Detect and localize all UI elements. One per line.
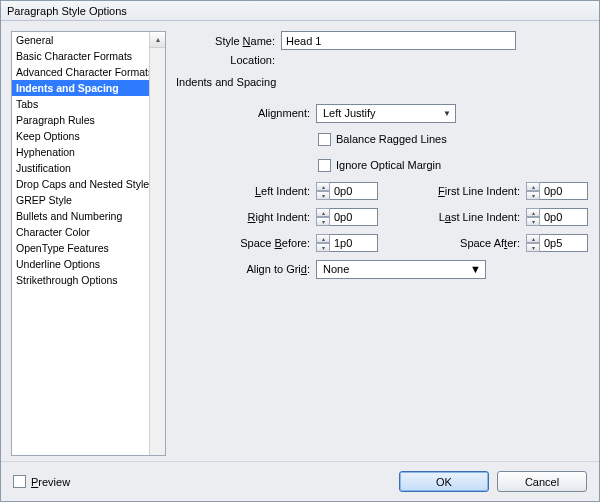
- left-indent-input[interactable]: [330, 182, 378, 200]
- space-before-spinner[interactable]: ▴▾: [316, 234, 378, 252]
- spinner-down-icon[interactable]: ▾: [526, 191, 540, 200]
- spinner-up-icon[interactable]: ▴: [526, 234, 540, 243]
- spinner-up-icon[interactable]: ▴: [316, 234, 330, 243]
- space-before-label: Space Before:: [176, 237, 316, 249]
- window-title: Paragraph Style Options: [7, 5, 127, 17]
- first-line-spinner[interactable]: ▴▾: [526, 182, 588, 200]
- left-indent-spinner[interactable]: ▴▾: [316, 182, 378, 200]
- sidebar-item[interactable]: Indents and Spacing: [12, 80, 150, 96]
- sidebar-item[interactable]: General: [12, 32, 150, 48]
- last-line-input[interactable]: [540, 208, 588, 226]
- sidebar-item[interactable]: Drop Caps and Nested Styles: [12, 176, 150, 192]
- titlebar: Paragraph Style Options: [1, 1, 599, 21]
- chevron-down-icon: ▼: [443, 109, 451, 118]
- spinner-up-icon[interactable]: ▴: [316, 208, 330, 217]
- style-name-label: Style Name:: [176, 35, 281, 47]
- section-heading: Indents and Spacing: [176, 74, 589, 90]
- form: Alignment: Left Justify ▼ Balance Ragged…: [176, 90, 589, 282]
- balance-ragged-checkbox[interactable]: [318, 133, 331, 146]
- sidebar-scrollbar[interactable]: ▴: [149, 32, 165, 455]
- align-to-grid-select[interactable]: None ▼: [316, 260, 486, 279]
- sidebar[interactable]: GeneralBasic Character FormatsAdvanced C…: [11, 31, 166, 456]
- last-line-spinner[interactable]: ▴▾: [526, 208, 588, 226]
- spinner-down-icon[interactable]: ▾: [526, 217, 540, 226]
- align-to-grid-label: Align to Grid:: [176, 263, 316, 275]
- sidebar-item[interactable]: Justification: [12, 160, 150, 176]
- space-after-input[interactable]: [540, 234, 588, 252]
- right-indent-spinner[interactable]: ▴▾: [316, 208, 378, 226]
- sidebar-item[interactable]: Character Color: [12, 224, 150, 240]
- sidebar-item[interactable]: GREP Style: [12, 192, 150, 208]
- alignment-label: Alignment:: [176, 107, 316, 119]
- spinner-up-icon[interactable]: ▴: [526, 182, 540, 191]
- sidebar-item[interactable]: Basic Character Formats: [12, 48, 150, 64]
- footer: Preview OK Cancel: [1, 461, 599, 501]
- right-indent-input[interactable]: [330, 208, 378, 226]
- spinner-up-icon[interactable]: ▴: [526, 208, 540, 217]
- space-after-label: Space After:: [416, 237, 526, 249]
- first-line-input[interactable]: [540, 182, 588, 200]
- main-panel: Style Name: Location: Indents and Spacin…: [176, 31, 589, 461]
- spinner-down-icon[interactable]: ▾: [526, 243, 540, 252]
- ok-button[interactable]: OK: [399, 471, 489, 492]
- sidebar-item[interactable]: OpenType Features: [12, 240, 150, 256]
- sidebar-item[interactable]: Underline Options: [12, 256, 150, 272]
- last-line-label: Last Line Indent:: [416, 211, 526, 223]
- sidebar-item[interactable]: Paragraph Rules: [12, 112, 150, 128]
- space-before-input[interactable]: [330, 234, 378, 252]
- sidebar-item[interactable]: Hyphenation: [12, 144, 150, 160]
- sidebar-item[interactable]: Advanced Character Formats: [12, 64, 150, 80]
- left-indent-label: Left Indent:: [176, 185, 316, 197]
- sidebar-item[interactable]: Tabs: [12, 96, 150, 112]
- sidebar-wrap: GeneralBasic Character FormatsAdvanced C…: [11, 31, 166, 461]
- dialog: Paragraph Style Options GeneralBasic Cha…: [0, 0, 600, 502]
- align-to-grid-value: None: [323, 263, 349, 275]
- style-name-input[interactable]: [281, 31, 516, 50]
- sidebar-item[interactable]: Strikethrough Options: [12, 272, 150, 288]
- spinner-up-icon[interactable]: ▴: [316, 182, 330, 191]
- preview-checkbox[interactable]: [13, 475, 26, 488]
- ignore-optical-label: Ignore Optical Margin: [336, 159, 441, 171]
- space-after-spinner[interactable]: ▴▾: [526, 234, 588, 252]
- first-line-label: First Line Indent:: [416, 185, 526, 197]
- sidebar-item[interactable]: Bullets and Numbering: [12, 208, 150, 224]
- scrollbar-up-icon[interactable]: ▴: [150, 32, 165, 48]
- alignment-select[interactable]: Left Justify ▼: [316, 104, 456, 123]
- spinner-down-icon[interactable]: ▾: [316, 191, 330, 200]
- sidebar-item[interactable]: Keep Options: [12, 128, 150, 144]
- preview-label: Preview: [31, 476, 70, 488]
- balance-ragged-label: Balance Ragged Lines: [336, 133, 447, 145]
- location-label: Location:: [176, 54, 281, 66]
- cancel-button[interactable]: Cancel: [497, 471, 587, 492]
- chevron-down-icon: ▼: [470, 263, 481, 275]
- alignment-value: Left Justify: [323, 107, 376, 119]
- spinner-down-icon[interactable]: ▾: [316, 243, 330, 252]
- dialog-body: GeneralBasic Character FormatsAdvanced C…: [1, 21, 599, 461]
- ignore-optical-checkbox[interactable]: [318, 159, 331, 172]
- right-indent-label: Right Indent:: [176, 211, 316, 223]
- spinner-down-icon[interactable]: ▾: [316, 217, 330, 226]
